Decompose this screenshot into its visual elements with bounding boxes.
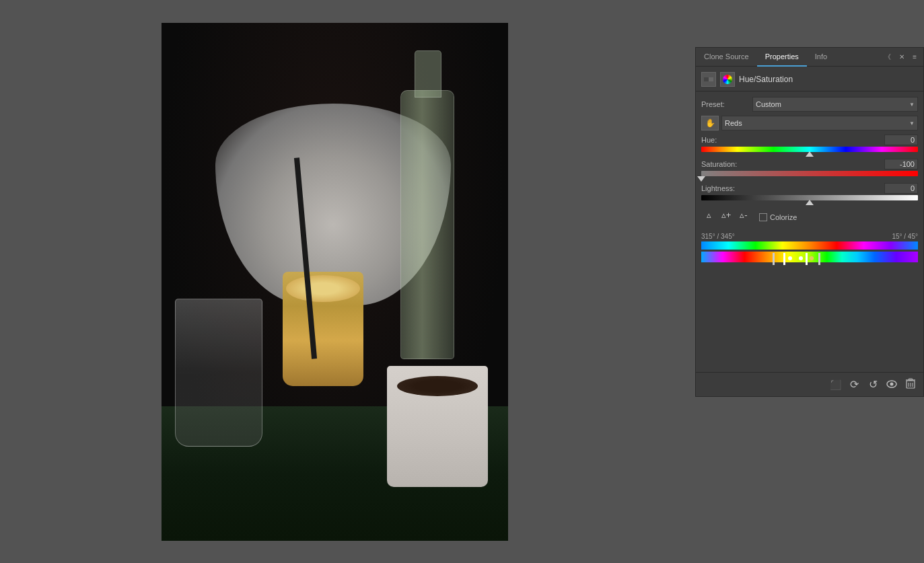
range-dot-right xyxy=(810,256,814,260)
tab-info[interactable]: Info xyxy=(807,48,835,67)
photo-container xyxy=(162,23,508,541)
lightness-label-row: Lightness: 0 xyxy=(701,183,918,194)
panel-title: Hue/Saturation xyxy=(739,75,793,84)
range-handle-left[interactable] xyxy=(773,253,775,265)
range-markers: 315° / 345° 15° / 45° xyxy=(701,233,918,240)
hand-icon: ✋ xyxy=(705,118,715,128)
colorize-checkbox[interactable] xyxy=(759,213,767,221)
color-range-wrapper xyxy=(701,252,918,266)
color-range-section: 315° / 345° 15° / 45° xyxy=(701,233,918,266)
panel-content: Preset: Custom ▼ ✋ Reds ▼ Hue: 0 xyxy=(696,91,923,272)
lightness-track[interactable] xyxy=(701,195,918,202)
svg-point-3 xyxy=(890,382,894,385)
eyedropper-icon: ▵ xyxy=(707,210,711,220)
hue-value[interactable]: 0 xyxy=(884,135,918,145)
hue-thumb[interactable] xyxy=(806,151,814,157)
hue-label: Hue: xyxy=(701,136,717,144)
lightness-value[interactable]: 0 xyxy=(884,183,918,194)
channel-value: Reds xyxy=(725,119,742,127)
svg-rect-1 xyxy=(704,77,709,81)
eye-icon xyxy=(886,379,897,390)
tools-colorize-row: ▵ ▵+ ▵- Colorize xyxy=(701,207,918,227)
clip-icon: ⬛ xyxy=(830,379,841,390)
link-icon: ⟳ xyxy=(850,378,859,391)
saturation-track[interactable] xyxy=(701,171,918,178)
sample-add-button[interactable]: ▵+ xyxy=(719,207,734,222)
saturation-value[interactable]: -100 xyxy=(884,159,918,170)
menu-icon[interactable]: ≡ xyxy=(910,52,919,62)
panel-header-icons: 《 ✕ ≡ xyxy=(882,51,923,63)
bottom-toolbar: ⬛ ⟳ ↺ xyxy=(696,372,923,396)
colorize-label: Colorize xyxy=(770,213,797,221)
saturation-thumb[interactable] xyxy=(697,176,705,182)
link-button[interactable]: ⟳ xyxy=(847,377,861,392)
panel-title-row: Hue/Saturation xyxy=(696,67,923,91)
range-dot-center xyxy=(799,256,803,260)
colorize-row: Colorize xyxy=(759,213,797,221)
delete-button[interactable] xyxy=(903,377,918,392)
channel-row: ✋ Reds ▼ xyxy=(701,116,918,130)
latte-cup xyxy=(283,272,363,386)
lightness-slider-row: Lightness: 0 xyxy=(701,183,918,202)
panel-header: Clone Source Properties Info 《 ✕ ≡ xyxy=(696,48,923,67)
bottle xyxy=(400,90,454,359)
photo-placeholder xyxy=(162,23,508,541)
properties-panel: Clone Source Properties Info 《 ✕ ≡ Hue/S… xyxy=(695,47,924,397)
preset-value: Custom xyxy=(756,100,781,108)
lightness-label: Lightness: xyxy=(701,184,735,192)
clip-button[interactable]: ⬛ xyxy=(828,377,843,392)
range-right-marker: 15° / 45° xyxy=(892,233,918,240)
channel-dropdown-arrow: ▼ xyxy=(909,120,915,126)
eyedropper-subtract-icon: ▵- xyxy=(740,210,747,220)
channel-dropdown[interactable]: Reds ▼ xyxy=(721,116,918,130)
tools-row: ▵ ▵+ ▵- xyxy=(701,207,751,222)
preset-dropdown[interactable]: Custom ▼ xyxy=(752,97,918,112)
collapse-icon[interactable]: 《 xyxy=(882,51,894,63)
saturation-label-row: Saturation: -100 xyxy=(701,159,918,170)
iced-glass xyxy=(175,299,262,447)
preset-dropdown-arrow: ▼ xyxy=(909,102,915,108)
preset-row: Preset: Custom ▼ xyxy=(701,97,918,112)
reset-button[interactable]: ↺ xyxy=(865,377,880,392)
tab-properties[interactable]: Properties xyxy=(757,48,807,67)
color-range-strip[interactable] xyxy=(701,252,918,262)
range-left-marker: 315° / 345° xyxy=(701,233,735,240)
close-icon[interactable]: ✕ xyxy=(896,52,907,62)
top-color-strip xyxy=(701,241,918,250)
range-dot-left xyxy=(788,256,792,260)
hand-tool-button[interactable]: ✋ xyxy=(701,116,719,130)
eyedropper-add-icon: ▵+ xyxy=(721,210,732,220)
sample-tool-button[interactable]: ▵ xyxy=(701,207,716,222)
range-handle-left2[interactable] xyxy=(783,253,785,265)
canvas-area xyxy=(0,0,670,563)
saturation-label: Saturation: xyxy=(701,160,737,168)
hue-label-row: Hue: 0 xyxy=(701,135,918,145)
visibility-button[interactable] xyxy=(884,377,899,392)
coffee-mug xyxy=(387,366,488,487)
trash-icon xyxy=(906,378,915,391)
sample-subtract-button[interactable]: ▵- xyxy=(736,207,751,222)
lightness-thumb[interactable] xyxy=(806,200,814,205)
hue-saturation-icon-right xyxy=(720,72,735,87)
range-handle-right2[interactable] xyxy=(806,253,808,265)
svg-rect-6 xyxy=(909,379,913,380)
tab-clone-source[interactable]: Clone Source xyxy=(696,48,757,67)
saturation-gradient xyxy=(701,171,918,176)
hue-track[interactable] xyxy=(701,147,918,153)
hue-slider-row: Hue: 0 xyxy=(701,135,918,153)
saturation-slider-row: Saturation: -100 xyxy=(701,159,918,178)
reset-icon: ↺ xyxy=(869,378,878,391)
preset-label: Preset: xyxy=(701,100,750,108)
range-handle-right[interactable] xyxy=(818,253,820,265)
hue-saturation-icon-left xyxy=(701,72,716,87)
